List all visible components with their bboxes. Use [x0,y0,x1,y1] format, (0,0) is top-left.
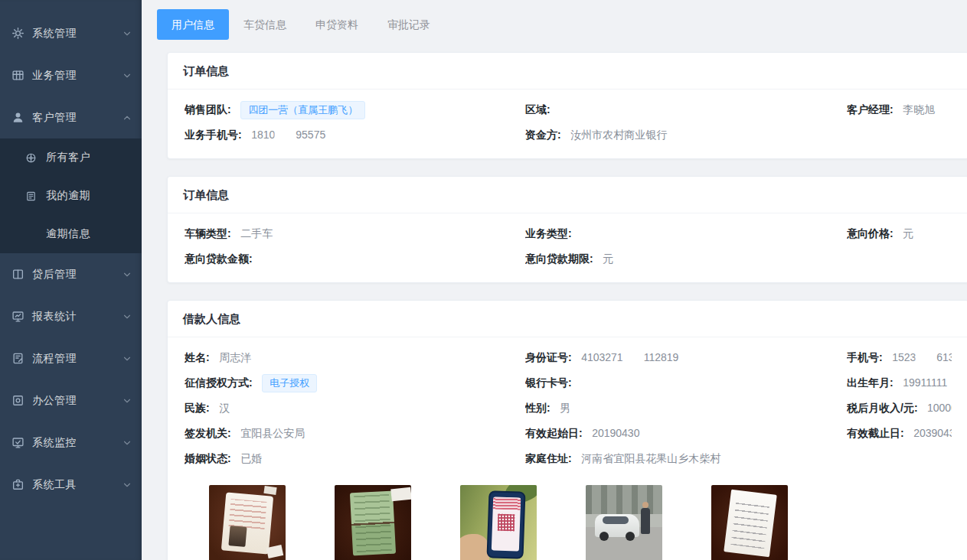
sidebar-item-label: 逾期信息 [46,227,132,241]
censored-digits [916,353,936,363]
sidebar-item-process-management[interactable]: 流程管理 [0,337,142,379]
toolbox-icon [11,478,25,491]
sidebar-item-label: 我的逾期 [46,189,132,203]
sidebar-item-my-overdue[interactable]: 我的逾期 [0,177,142,215]
sidebar-item-label: 流程管理 [32,352,122,366]
field-value: 15236137 [892,351,952,363]
sidebar: 系统管理 业务管理 客户管理 所有客户 我的逾期 逾期信息 [0,0,142,560]
field-label: 有效起始日: [525,427,583,439]
field-label: 家庭住址: [525,452,572,464]
field-value: 元 [903,227,913,239]
field-value: 汉 [219,402,230,414]
wheel-icon [25,152,37,164]
field-intent-price: 意向价格: 元 [847,226,952,241]
photo-item: 个人照 [209,485,286,560]
sidebar-item-business-management[interactable]: 业务管理 [0,54,142,96]
photo-item: 驾驶证照片 [335,485,411,560]
field-marital: 婚姻状态: 已婚 [185,451,525,466]
drivers-license-photo[interactable] [335,485,411,560]
sidebar-item-all-customers[interactable]: 所有客户 [0,138,142,177]
chevron-down-icon [122,396,132,406]
field-label: 客户经理: [847,103,893,116]
sidebar-item-label: 贷后管理 [32,268,122,282]
field-vehicle-type: 车辆类型: 二手车 [185,226,525,241]
field-label: 资金方: [525,129,561,141]
monitor-check-icon [11,436,25,449]
field-value: 20390430 [913,427,952,439]
field-label: 婚姻状态: [185,452,231,464]
field-account-manager: 客户经理: 李晓旭 [847,103,952,117]
field-address: 家庭住址: 河南省宜阳县花果山乡木柴村 [525,451,847,466]
field-region: 区域: [525,103,847,117]
person-car-photo[interactable] [586,485,662,560]
field-label: 业务手机号: [185,129,242,141]
notebook-icon [25,190,37,202]
field-birth: 出生年月: 19911111 [847,376,952,390]
field-ethnicity: 民族: 汉 [185,401,525,415]
field-value: 李晓旭 [903,103,935,116]
sidebar-item-label: 办公管理 [32,394,122,408]
field-intent-loan-amount: 意向贷款金额: [185,252,525,266]
gear-icon [11,27,25,40]
field-label: 出生年月: [847,376,893,389]
sidebar-item-system-management[interactable]: 系统管理 [0,12,142,54]
workflow-icon [11,352,25,365]
sidebar-item-system-monitoring[interactable]: 系统监控 [0,422,142,464]
sidebar-item-system-tools[interactable]: 系统工具 [0,464,142,506]
sidebar-item-postloan-management[interactable]: 贷后管理 [0,253,142,295]
field-issuing-authority: 签发机关: 宜阳县公安局 [185,426,525,441]
field-credit-auth: 征信授权方式: 电子授权 [185,374,525,392]
tab-approval-records[interactable]: 审批记录 [373,9,445,40]
field-gender: 性别: 男 [525,401,847,415]
chevron-down-icon [122,28,132,39]
sidebar-item-label: 业务管理 [32,69,122,83]
sidebar-item-overdue-info[interactable]: 逾期信息 [0,215,142,253]
tab-loan-application-materials[interactable]: 申贷资料 [301,9,373,40]
book-icon [11,268,25,281]
field-value: 181095575 [251,129,325,141]
field-label: 税后月收入/元: [847,402,918,414]
field-mobile: 手机号: 15236137 [847,350,952,365]
field-value: 河南省宜阳县花果山乡木柴村 [581,452,720,464]
field-label: 车辆类型: [185,227,231,239]
tab-car-loan-info[interactable]: 车贷信息 [229,9,301,40]
censored-digits [623,353,644,363]
chevron-down-icon [122,480,132,490]
order-info-card-1: 订单信息 销售团队: 四团一营（直属王鹏飞） 区域: 客户经理: 李晓旭 业务手 [167,52,967,159]
field-valid-to: 有效截止日: 20390430 [847,426,952,441]
tab-user-info[interactable]: 用户信息 [157,9,229,40]
field-label: 销售团队: [185,103,231,116]
field-funder: 资金方: 汝州市农村商业银行 [525,128,847,142]
field-value: 周志洋 [219,351,251,363]
sidebar-item-customer-management[interactable]: 客户管理 [0,96,142,138]
extra-material-photo[interactable] [711,485,788,560]
credit-auth-tag[interactable]: 电子授权 [262,374,317,392]
field-intent-loan-term: 意向贷款期限: 元 [525,252,847,266]
sidebar-item-label: 报表统计 [32,310,122,324]
field-income: 税后月收入/元: 10000 [847,401,952,415]
id-card-photo[interactable] [209,485,286,560]
sidebar-item-report-statistics[interactable]: 报表统计 [0,295,142,337]
monitor-icon [11,310,25,323]
sidebar-item-office-management[interactable]: 办公管理 [0,379,142,422]
user-icon [11,111,25,124]
field-value: 4103271112819 [581,351,678,363]
chevron-down-icon [122,70,132,81]
sales-team-tag[interactable]: 四团一营（直属王鹏飞） [240,101,365,119]
photo-item: 授权码2 [460,485,537,560]
field-label: 身份证号: [525,351,572,363]
auth-qr-photo[interactable] [460,485,537,560]
field-bank-card: 银行卡号: [525,376,847,390]
field-business-type: 业务类型: [525,226,847,241]
borrower-info-card: 借款人信息 姓名: 周志洋 身份证号: 4103271112819 手机号: 1… [167,300,967,560]
detail-tabs: 用户信息 车贷信息 申贷资料 审批记录 [157,9,967,40]
field-label: 手机号: [847,351,883,363]
field-value: 元 [603,252,613,265]
field-value: 10000 [927,402,952,414]
main-content: 用户信息 车贷信息 申贷资料 审批记录 订单信息 销售团队: 四团一营（直属王鹏… [142,0,967,560]
field-label: 签发机关: [185,427,231,439]
sidebar-item-label: 系统监控 [32,436,122,450]
office-icon [11,394,25,407]
card-title: 订单信息 [168,53,967,90]
field-label: 意向贷款金额: [185,252,253,265]
